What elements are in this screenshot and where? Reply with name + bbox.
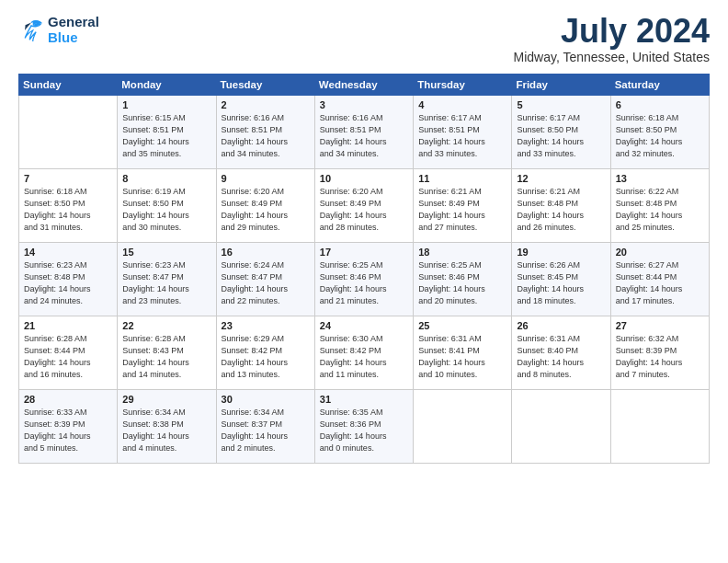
table-cell: 19Sunrise: 6:26 AM Sunset: 8:45 PM Dayli… bbox=[512, 243, 610, 316]
cell-content: Sunrise: 6:18 AM Sunset: 8:50 PM Dayligh… bbox=[616, 112, 704, 160]
table-cell: 27Sunrise: 6:32 AM Sunset: 8:39 PM Dayli… bbox=[610, 316, 709, 390]
day-number: 20 bbox=[616, 247, 704, 258]
cell-content: Sunrise: 6:31 AM Sunset: 8:41 PM Dayligh… bbox=[418, 333, 506, 381]
cell-content: Sunrise: 6:23 AM Sunset: 8:47 PM Dayligh… bbox=[122, 259, 210, 307]
day-number: 29 bbox=[122, 394, 210, 405]
table-cell: 24Sunrise: 6:30 AM Sunset: 8:42 PM Dayli… bbox=[314, 316, 413, 390]
day-number: 14 bbox=[24, 247, 112, 258]
cell-content: Sunrise: 6:27 AM Sunset: 8:44 PM Dayligh… bbox=[616, 259, 704, 307]
table-cell: 5Sunrise: 6:17 AM Sunset: 8:50 PM Daylig… bbox=[512, 96, 610, 169]
table-cell: 10Sunrise: 6:20 AM Sunset: 8:49 PM Dayli… bbox=[314, 169, 413, 243]
day-number: 23 bbox=[222, 320, 310, 331]
table-cell: 18Sunrise: 6:25 AM Sunset: 8:46 PM Dayli… bbox=[414, 243, 512, 316]
cell-content: Sunrise: 6:19 AM Sunset: 8:50 PM Dayligh… bbox=[122, 186, 210, 234]
table-cell: 14Sunrise: 6:23 AM Sunset: 8:48 PM Dayli… bbox=[19, 243, 118, 316]
table-cell: 30Sunrise: 6:34 AM Sunset: 8:37 PM Dayli… bbox=[216, 390, 314, 464]
table-cell: 6Sunrise: 6:18 AM Sunset: 8:50 PM Daylig… bbox=[610, 96, 709, 169]
cell-content: Sunrise: 6:17 AM Sunset: 8:50 PM Dayligh… bbox=[517, 112, 605, 160]
header-friday: Friday bbox=[512, 75, 610, 96]
day-number: 8 bbox=[122, 173, 210, 184]
cell-content: Sunrise: 6:15 AM Sunset: 8:51 PM Dayligh… bbox=[122, 112, 210, 160]
cell-content: Sunrise: 6:23 AM Sunset: 8:48 PM Dayligh… bbox=[24, 259, 112, 307]
cell-content: Sunrise: 6:24 AM Sunset: 8:47 PM Dayligh… bbox=[222, 259, 310, 307]
day-number: 13 bbox=[616, 173, 704, 184]
table-cell: 17Sunrise: 6:25 AM Sunset: 8:46 PM Dayli… bbox=[314, 243, 413, 316]
table-cell: 22Sunrise: 6:28 AM Sunset: 8:43 PM Dayli… bbox=[118, 316, 216, 390]
cell-content: Sunrise: 6:20 AM Sunset: 8:49 PM Dayligh… bbox=[320, 186, 408, 234]
day-number: 28 bbox=[24, 394, 112, 405]
cell-content: Sunrise: 6:20 AM Sunset: 8:49 PM Dayligh… bbox=[222, 186, 310, 234]
day-number: 31 bbox=[320, 394, 408, 405]
cell-content: Sunrise: 6:34 AM Sunset: 8:37 PM Dayligh… bbox=[222, 407, 310, 454]
cell-content: Sunrise: 6:25 AM Sunset: 8:46 PM Dayligh… bbox=[320, 259, 408, 307]
day-number: 21 bbox=[24, 320, 112, 331]
table-cell: 21Sunrise: 6:28 AM Sunset: 8:44 PM Dayli… bbox=[19, 316, 118, 390]
table-cell bbox=[19, 96, 118, 169]
header-wednesday: Wednesday bbox=[314, 75, 413, 96]
calendar-table: Sunday Monday Tuesday Wednesday Thursday… bbox=[18, 74, 710, 464]
table-cell: 3Sunrise: 6:16 AM Sunset: 8:51 PM Daylig… bbox=[314, 96, 413, 169]
cell-content: Sunrise: 6:17 AM Sunset: 8:51 PM Dayligh… bbox=[418, 112, 506, 160]
day-number: 30 bbox=[222, 394, 310, 405]
day-number: 26 bbox=[517, 320, 605, 331]
table-cell: 13Sunrise: 6:22 AM Sunset: 8:48 PM Dayli… bbox=[610, 169, 709, 243]
cell-content: Sunrise: 6:16 AM Sunset: 8:51 PM Dayligh… bbox=[222, 112, 310, 160]
table-cell: 29Sunrise: 6:34 AM Sunset: 8:38 PM Dayli… bbox=[118, 390, 216, 464]
cell-content: Sunrise: 6:29 AM Sunset: 8:42 PM Dayligh… bbox=[222, 333, 310, 381]
day-number: 9 bbox=[222, 173, 310, 184]
location: Midway, Tennessee, United States bbox=[514, 50, 711, 64]
day-number: 2 bbox=[222, 99, 310, 110]
day-number: 10 bbox=[320, 173, 408, 184]
cell-content: Sunrise: 6:26 AM Sunset: 8:45 PM Dayligh… bbox=[517, 259, 605, 307]
table-cell: 12Sunrise: 6:21 AM Sunset: 8:48 PM Dayli… bbox=[512, 169, 610, 243]
cell-content: Sunrise: 6:18 AM Sunset: 8:50 PM Dayligh… bbox=[24, 186, 112, 234]
day-number: 6 bbox=[616, 99, 704, 110]
day-number: 3 bbox=[320, 99, 408, 110]
day-number: 11 bbox=[418, 173, 506, 184]
week-row-2: 7Sunrise: 6:18 AM Sunset: 8:50 PM Daylig… bbox=[19, 169, 710, 243]
cell-content: Sunrise: 6:22 AM Sunset: 8:48 PM Dayligh… bbox=[616, 186, 704, 234]
cell-content: Sunrise: 6:28 AM Sunset: 8:44 PM Dayligh… bbox=[24, 333, 112, 381]
table-cell: 28Sunrise: 6:33 AM Sunset: 8:39 PM Dayli… bbox=[19, 390, 118, 464]
logo-icon bbox=[18, 19, 44, 41]
week-row-3: 14Sunrise: 6:23 AM Sunset: 8:48 PM Dayli… bbox=[19, 243, 710, 316]
page: General Blue July 2024 Midway, Tennessee… bbox=[0, 0, 728, 563]
week-row-4: 21Sunrise: 6:28 AM Sunset: 8:44 PM Dayli… bbox=[19, 316, 710, 390]
table-cell: 16Sunrise: 6:24 AM Sunset: 8:47 PM Dayli… bbox=[216, 243, 314, 316]
title-block: July 2024 Midway, Tennessee, United Stat… bbox=[514, 15, 711, 64]
header-thursday: Thursday bbox=[414, 75, 512, 96]
table-cell: 23Sunrise: 6:29 AM Sunset: 8:42 PM Dayli… bbox=[216, 316, 314, 390]
day-number: 22 bbox=[122, 320, 210, 331]
day-number: 27 bbox=[616, 320, 704, 331]
cell-content: Sunrise: 6:30 AM Sunset: 8:42 PM Dayligh… bbox=[320, 333, 408, 381]
table-cell: 15Sunrise: 6:23 AM Sunset: 8:47 PM Dayli… bbox=[118, 243, 216, 316]
week-row-1: 1Sunrise: 6:15 AM Sunset: 8:51 PM Daylig… bbox=[19, 96, 710, 169]
cell-content: Sunrise: 6:21 AM Sunset: 8:49 PM Dayligh… bbox=[418, 186, 506, 234]
header-tuesday: Tuesday bbox=[216, 75, 314, 96]
cell-content: Sunrise: 6:33 AM Sunset: 8:39 PM Dayligh… bbox=[24, 407, 112, 454]
day-number: 17 bbox=[320, 247, 408, 258]
day-number: 16 bbox=[222, 247, 310, 258]
month-title: July 2024 bbox=[514, 15, 711, 48]
day-number: 25 bbox=[418, 320, 506, 331]
cell-content: Sunrise: 6:28 AM Sunset: 8:43 PM Dayligh… bbox=[122, 333, 210, 381]
day-number: 15 bbox=[122, 247, 210, 258]
cell-content: Sunrise: 6:32 AM Sunset: 8:39 PM Dayligh… bbox=[616, 333, 704, 381]
table-cell: 26Sunrise: 6:31 AM Sunset: 8:40 PM Dayli… bbox=[512, 316, 610, 390]
header: General Blue July 2024 Midway, Tennessee… bbox=[18, 15, 710, 64]
table-cell: 25Sunrise: 6:31 AM Sunset: 8:41 PM Dayli… bbox=[414, 316, 512, 390]
day-number: 24 bbox=[320, 320, 408, 331]
table-cell: 8Sunrise: 6:19 AM Sunset: 8:50 PM Daylig… bbox=[118, 169, 216, 243]
table-cell bbox=[610, 390, 709, 464]
logo-text: General Blue bbox=[48, 15, 99, 45]
week-row-5: 28Sunrise: 6:33 AM Sunset: 8:39 PM Dayli… bbox=[19, 390, 710, 464]
header-monday: Monday bbox=[118, 75, 216, 96]
logo: General Blue bbox=[18, 15, 99, 45]
day-number: 7 bbox=[24, 173, 112, 184]
day-number: 5 bbox=[517, 99, 605, 110]
cell-content: Sunrise: 6:35 AM Sunset: 8:36 PM Dayligh… bbox=[320, 407, 408, 454]
day-number: 4 bbox=[418, 99, 506, 110]
cell-content: Sunrise: 6:34 AM Sunset: 8:38 PM Dayligh… bbox=[122, 407, 210, 454]
table-cell: 7Sunrise: 6:18 AM Sunset: 8:50 PM Daylig… bbox=[19, 169, 118, 243]
table-cell: 4Sunrise: 6:17 AM Sunset: 8:51 PM Daylig… bbox=[414, 96, 512, 169]
